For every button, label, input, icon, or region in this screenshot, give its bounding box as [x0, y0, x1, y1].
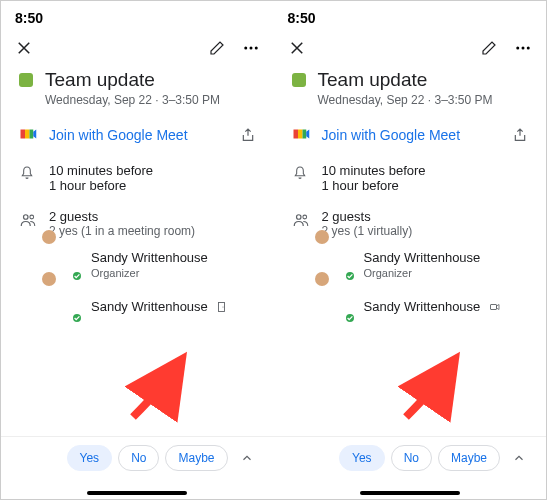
svg-point-8 — [254, 47, 257, 50]
rsvp-yes-button[interactable]: Yes — [339, 445, 385, 471]
toolbar — [1, 31, 274, 65]
rsvp-maybe-button[interactable]: Maybe — [438, 445, 500, 471]
guest-row[interactable]: Sandy Writtenhouse — [49, 290, 256, 322]
reminder-2: 1 hour before — [322, 178, 529, 193]
close-icon[interactable] — [15, 39, 33, 57]
svg-point-12 — [24, 215, 29, 220]
reminders: 10 minutes before 1 hour before — [49, 163, 256, 193]
guest-name: Sandy Writtenhouse — [364, 250, 481, 265]
event-datetime: Wednesday, Sep 22 · 3–3:50 PM — [318, 93, 529, 107]
guests-count: 2 guests — [49, 209, 256, 224]
rsvp-no-button[interactable]: No — [118, 445, 159, 471]
reminder-1: 10 minutes before — [322, 163, 529, 178]
video-camera-icon — [489, 297, 501, 314]
rsvp-maybe-button[interactable]: Maybe — [165, 445, 227, 471]
guest-list: Sandy Writtenhouse Organizer Sandy Writt… — [322, 248, 529, 322]
more-icon[interactable] — [242, 39, 260, 57]
join-meet-link[interactable]: Join with Google Meet — [49, 127, 228, 143]
home-indicator — [87, 491, 187, 495]
edit-icon[interactable] — [208, 39, 226, 57]
guest-name: Sandy Writtenhouse — [91, 250, 208, 265]
svg-rect-10 — [25, 130, 30, 139]
people-icon — [19, 211, 37, 233]
meet-logo-icon — [19, 125, 37, 147]
rsvp-no-button[interactable]: No — [391, 445, 432, 471]
content: Team update Wednesday, Sep 22 · 3–3:50 P… — [1, 65, 274, 499]
svg-point-28 — [296, 215, 301, 220]
rsvp-check-icon — [71, 312, 83, 324]
guests-count: 2 guests — [322, 209, 529, 224]
svg-point-13 — [30, 215, 34, 219]
svg-rect-9 — [21, 130, 26, 139]
guest-role: Organizer — [91, 267, 208, 279]
svg-rect-30 — [490, 304, 496, 309]
home-indicator — [360, 491, 460, 495]
calendar-color-swatch — [292, 73, 306, 87]
svg-point-6 — [244, 47, 247, 50]
status-bar: 8:50 — [274, 1, 547, 31]
svg-point-29 — [302, 215, 306, 219]
guest-name: Sandy Writtenhouse — [364, 299, 481, 314]
guests-status: 2 yes (1 virtually) — [322, 224, 529, 238]
guests-summary: 2 guests 2 yes (1 in a meeting room) — [49, 209, 256, 238]
rsvp-bar: Yes No Maybe — [274, 436, 547, 479]
share-icon[interactable] — [512, 127, 528, 143]
svg-rect-26 — [298, 130, 303, 139]
bell-icon — [19, 165, 37, 185]
rsvp-expand-icon[interactable] — [234, 445, 260, 471]
rsvp-bar: Yes No Maybe — [1, 436, 274, 479]
join-meet-link[interactable]: Join with Google Meet — [322, 127, 501, 143]
rsvp-expand-icon[interactable] — [506, 445, 532, 471]
svg-point-15 — [223, 306, 224, 307]
reminder-2: 1 hour before — [49, 178, 256, 193]
rsvp-check-icon — [344, 270, 356, 282]
event-title: Team update — [45, 69, 155, 91]
guest-row[interactable]: Sandy Writtenhouse — [322, 290, 529, 322]
avatar — [49, 290, 81, 322]
avatar — [322, 290, 354, 322]
svg-point-7 — [249, 47, 252, 50]
guest-name: Sandy Writtenhouse — [91, 299, 208, 314]
status-bar: 8:50 — [1, 1, 274, 31]
calendar-color-swatch — [19, 73, 33, 87]
svg-point-24 — [527, 47, 530, 50]
share-icon[interactable] — [240, 127, 256, 143]
event-title: Team update — [318, 69, 428, 91]
edit-icon[interactable] — [480, 39, 498, 57]
guests-summary: 2 guests 2 yes (1 virtually) — [322, 209, 529, 238]
rsvp-check-icon — [71, 270, 83, 282]
status-time: 8:50 — [288, 10, 316, 26]
content: Team update Wednesday, Sep 22 · 3–3:50 P… — [274, 65, 547, 499]
svg-rect-11 — [30, 130, 34, 139]
pane-left: 8:50 Team update Wednesday, Sep 22 · 3–3… — [1, 1, 274, 499]
guest-role: Organizer — [364, 267, 481, 279]
guest-row[interactable]: Sandy Writtenhouse Organizer — [322, 248, 529, 280]
guest-row[interactable]: Sandy Writtenhouse Organizer — [49, 248, 256, 280]
svg-rect-27 — [302, 130, 306, 139]
pane-right: 8:50 Team update Wednesday, Sep 22 · 3–3… — [274, 1, 547, 499]
meeting-room-icon — [216, 297, 228, 314]
people-icon — [292, 211, 310, 233]
svg-point-23 — [522, 47, 525, 50]
rsvp-yes-button[interactable]: Yes — [67, 445, 113, 471]
meet-logo-icon — [292, 125, 310, 147]
svg-rect-25 — [293, 130, 298, 139]
annotation-arrow — [396, 357, 466, 431]
guest-list: Sandy Writtenhouse Organizer Sandy Writt… — [49, 248, 256, 322]
bell-icon — [292, 165, 310, 185]
svg-point-22 — [516, 47, 519, 50]
status-time: 8:50 — [15, 10, 43, 26]
rsvp-check-icon — [344, 312, 356, 324]
more-icon[interactable] — [514, 39, 532, 57]
close-icon[interactable] — [288, 39, 306, 57]
reminder-1: 10 minutes before — [49, 163, 256, 178]
reminders: 10 minutes before 1 hour before — [322, 163, 529, 193]
svg-rect-14 — [219, 302, 225, 311]
event-datetime: Wednesday, Sep 22 · 3–3:50 PM — [45, 93, 256, 107]
toolbar — [274, 31, 547, 65]
annotation-arrow — [123, 357, 193, 431]
guests-status: 2 yes (1 in a meeting room) — [49, 224, 256, 238]
